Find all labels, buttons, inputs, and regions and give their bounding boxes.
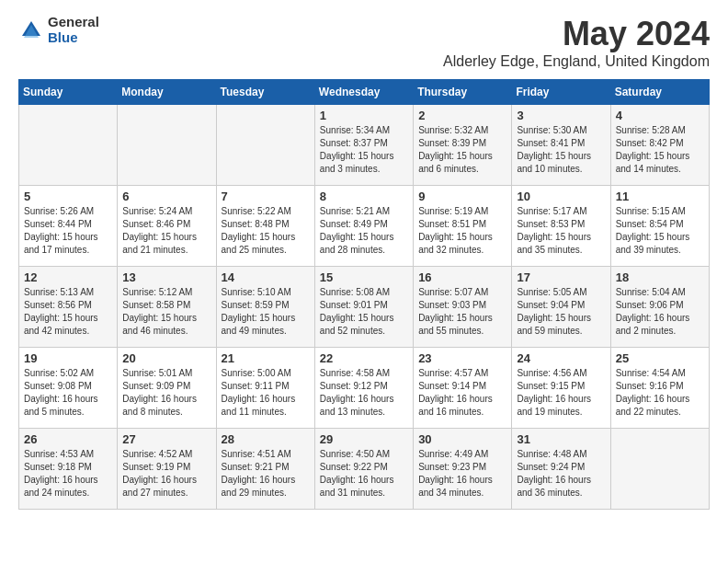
day-cell: 31Sunrise: 4:48 AM Sunset: 9:24 PM Dayli… [512,429,610,510]
day-cell [118,105,216,186]
week-row-1: 1Sunrise: 5:34 AM Sunset: 8:37 PM Daylig… [19,105,710,186]
day-number: 5 [24,190,112,203]
day-number: 20 [122,351,210,365]
day-cell: 27Sunrise: 4:52 AM Sunset: 9:19 PM Dayli… [118,429,216,510]
day-info: Sunrise: 4:58 AM Sunset: 9:12 PM Dayligh… [320,367,408,419]
day-cell: 26Sunrise: 4:53 AM Sunset: 9:18 PM Dayli… [19,429,118,510]
day-number: 19 [24,351,112,365]
day-number: 26 [24,432,112,446]
day-number: 16 [418,270,506,284]
calendar-table: SundayMondayTuesdayWednesdayThursdayFrid… [18,79,710,510]
day-cell: 8Sunrise: 5:21 AM Sunset: 8:49 PM Daylig… [314,186,413,267]
day-cell: 20Sunrise: 5:01 AM Sunset: 9:09 PM Dayli… [118,348,216,429]
day-number: 11 [616,190,704,203]
day-info: Sunrise: 4:48 AM Sunset: 9:24 PM Dayligh… [517,448,605,500]
day-info: Sunrise: 4:57 AM Sunset: 9:14 PM Dayligh… [418,367,506,419]
day-cell: 13Sunrise: 5:12 AM Sunset: 8:58 PM Dayli… [118,267,216,348]
logo-icon [18,17,44,43]
day-number: 12 [24,270,112,284]
day-info: Sunrise: 5:10 AM Sunset: 8:59 PM Dayligh… [222,286,310,338]
day-cell: 15Sunrise: 5:08 AM Sunset: 9:01 PM Dayli… [314,267,413,348]
day-number: 29 [320,432,408,446]
day-info: Sunrise: 5:15 AM Sunset: 8:54 PM Dayligh… [616,205,704,257]
day-info: Sunrise: 5:22 AM Sunset: 8:48 PM Dayligh… [222,205,310,257]
day-cell: 17Sunrise: 5:05 AM Sunset: 9:04 PM Dayli… [512,267,610,348]
day-info: Sunrise: 5:19 AM Sunset: 8:51 PM Dayligh… [418,205,506,257]
day-number: 15 [320,270,408,284]
day-info: Sunrise: 5:08 AM Sunset: 9:01 PM Dayligh… [320,286,408,338]
day-cell [19,105,118,186]
week-row-4: 19Sunrise: 5:02 AM Sunset: 9:08 PM Dayli… [19,348,710,429]
title-area: May 2024 Alderley Edge, England, United … [443,15,710,70]
day-cell: 4Sunrise: 5:28 AM Sunset: 8:42 PM Daylig… [610,105,709,186]
location-title: Alderley Edge, England, United Kingdom [443,53,710,70]
day-cell: 16Sunrise: 5:07 AM Sunset: 9:03 PM Dayli… [414,267,512,348]
day-cell: 2Sunrise: 5:32 AM Sunset: 8:39 PM Daylig… [414,105,512,186]
day-number: 2 [418,109,506,122]
day-info: Sunrise: 4:51 AM Sunset: 9:21 PM Dayligh… [222,448,310,500]
day-number: 1 [320,109,408,122]
day-cell: 24Sunrise: 4:56 AM Sunset: 9:15 PM Dayli… [512,348,610,429]
day-number: 13 [122,270,210,284]
day-cell: 21Sunrise: 5:00 AM Sunset: 9:11 PM Dayli… [216,348,314,429]
day-info: Sunrise: 4:54 AM Sunset: 9:16 PM Dayligh… [616,367,704,419]
day-header-saturday: Saturday [610,80,709,105]
logo-blue: Blue [48,30,99,46]
month-title: May 2024 [443,15,710,53]
day-header-monday: Monday [118,80,216,105]
day-info: Sunrise: 5:00 AM Sunset: 9:11 PM Dayligh… [222,367,310,419]
day-number: 8 [320,190,408,203]
logo: General Blue [18,15,99,45]
day-info: Sunrise: 5:32 AM Sunset: 8:39 PM Dayligh… [418,124,506,176]
day-number: 31 [517,432,605,446]
day-info: Sunrise: 5:24 AM Sunset: 8:46 PM Dayligh… [122,205,210,257]
day-number: 10 [517,190,605,203]
week-row-5: 26Sunrise: 4:53 AM Sunset: 9:18 PM Dayli… [19,429,710,510]
day-cell [216,105,314,186]
day-cell: 10Sunrise: 5:17 AM Sunset: 8:53 PM Dayli… [512,186,610,267]
day-number: 3 [517,109,605,122]
day-info: Sunrise: 5:21 AM Sunset: 8:49 PM Dayligh… [320,205,408,257]
day-header-sunday: Sunday [19,80,118,105]
day-number: 7 [222,190,310,203]
day-number: 18 [616,270,704,284]
day-number: 17 [517,270,605,284]
day-info: Sunrise: 5:34 AM Sunset: 8:37 PM Dayligh… [320,124,408,176]
day-info: Sunrise: 4:56 AM Sunset: 9:15 PM Dayligh… [517,367,605,419]
day-header-thursday: Thursday [414,80,512,105]
day-number: 24 [517,351,605,365]
day-number: 30 [418,432,506,446]
day-number: 27 [122,432,210,446]
day-cell: 5Sunrise: 5:26 AM Sunset: 8:44 PM Daylig… [19,186,118,267]
day-cell: 3Sunrise: 5:30 AM Sunset: 8:41 PM Daylig… [512,105,610,186]
day-cell: 28Sunrise: 4:51 AM Sunset: 9:21 PM Dayli… [216,429,314,510]
header: General Blue May 2024 Alderley Edge, Eng… [18,15,710,70]
day-cell: 6Sunrise: 5:24 AM Sunset: 8:46 PM Daylig… [118,186,216,267]
day-number: 9 [418,190,506,203]
day-cell: 23Sunrise: 4:57 AM Sunset: 9:14 PM Dayli… [414,348,512,429]
day-info: Sunrise: 4:50 AM Sunset: 9:22 PM Dayligh… [320,448,408,500]
day-cell: 19Sunrise: 5:02 AM Sunset: 9:08 PM Dayli… [19,348,118,429]
day-cell: 7Sunrise: 5:22 AM Sunset: 8:48 PM Daylig… [216,186,314,267]
day-number: 14 [222,270,310,284]
day-info: Sunrise: 5:04 AM Sunset: 9:06 PM Dayligh… [616,286,704,338]
day-number: 23 [418,351,506,365]
day-info: Sunrise: 5:01 AM Sunset: 9:09 PM Dayligh… [122,367,210,419]
day-header-friday: Friday [512,80,610,105]
day-info: Sunrise: 5:30 AM Sunset: 8:41 PM Dayligh… [517,124,605,176]
day-cell: 1Sunrise: 5:34 AM Sunset: 8:37 PM Daylig… [314,105,413,186]
day-info: Sunrise: 4:52 AM Sunset: 9:19 PM Dayligh… [122,448,210,500]
day-cell: 25Sunrise: 4:54 AM Sunset: 9:16 PM Dayli… [610,348,709,429]
day-info: Sunrise: 5:12 AM Sunset: 8:58 PM Dayligh… [122,286,210,338]
day-number: 25 [616,351,704,365]
logo-general: General [48,15,99,30]
day-number: 4 [616,109,704,122]
day-info: Sunrise: 5:13 AM Sunset: 8:56 PM Dayligh… [24,286,112,338]
day-header-tuesday: Tuesday [216,80,314,105]
day-cell: 22Sunrise: 4:58 AM Sunset: 9:12 PM Dayli… [314,348,413,429]
day-info: Sunrise: 4:49 AM Sunset: 9:23 PM Dayligh… [418,448,506,500]
header-row: SundayMondayTuesdayWednesdayThursdayFrid… [19,80,710,105]
day-cell [610,429,709,510]
week-row-3: 12Sunrise: 5:13 AM Sunset: 8:56 PM Dayli… [19,267,710,348]
day-number: 6 [122,190,210,203]
